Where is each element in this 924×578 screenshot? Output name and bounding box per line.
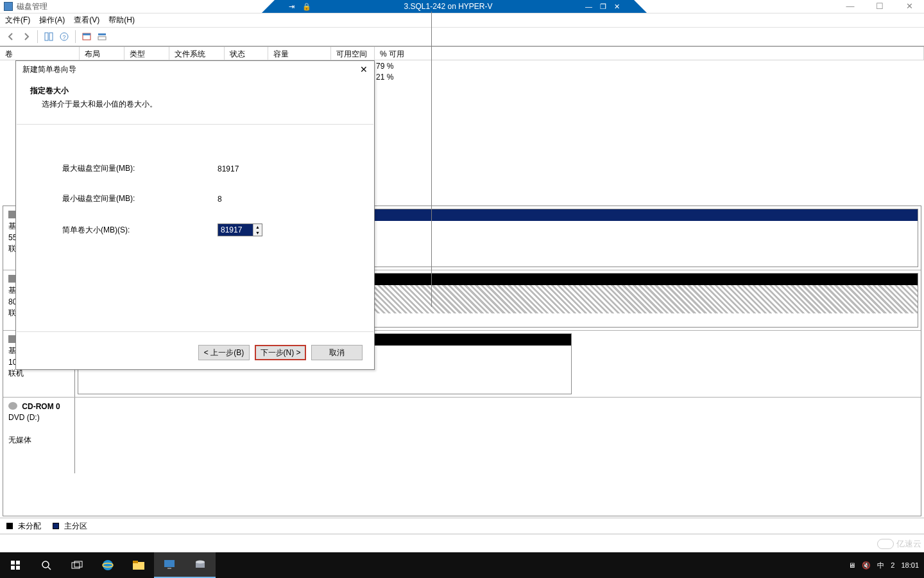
legend-primary-swatch: [53, 523, 59, 529]
outer-maximize-button[interactable]: ☐: [865, 0, 894, 13]
outer-close-button[interactable]: ✕: [894, 0, 924, 13]
svg-rect-11: [16, 566, 20, 570]
outer-minimize-button[interactable]: —: [835, 0, 865, 13]
app-title: 磁盘管理: [17, 1, 47, 12]
toolbar-help-icon[interactable]: ?: [57, 30, 71, 44]
wizard-subheading: 选择介于最大和最小值的卷大小。: [30, 96, 360, 110]
hv-maximize-icon[interactable]: ❐: [600, 3, 606, 11]
hv-close-icon[interactable]: ✕: [614, 3, 620, 11]
volume-size-spinner[interactable]: ▲ ▼: [218, 223, 262, 236]
svg-rect-15: [74, 561, 82, 567]
volume-size-input[interactable]: [218, 224, 253, 236]
col-volume[interactable]: 卷: [0, 47, 80, 60]
col-free[interactable]: 可用空间: [331, 47, 375, 60]
volume-size-label: 简单卷大小(MB)(S):: [62, 215, 216, 245]
min-space-label: 最小磁盘空间量(MB):: [62, 184, 216, 213]
menu-file[interactable]: 文件(F): [5, 15, 30, 26]
svg-line-13: [48, 567, 51, 570]
svg-rect-14: [72, 563, 80, 568]
tray-volume-icon[interactable]: 🔇: [862, 561, 871, 570]
svg-rect-5: [83, 33, 90, 35]
tray-num: 2: [891, 561, 894, 569]
hv-title: 3.SQL1-242 on HYPER-V: [311, 2, 585, 11]
vm-frame-edge: [431, 0, 432, 308]
watermark: 亿速云: [877, 538, 921, 550]
app-icon: [4, 2, 13, 11]
taskbar-explorer-icon[interactable]: [123, 552, 154, 578]
hv-pin-icon[interactable]: ⇥: [289, 3, 295, 11]
hv-lock-icon[interactable]: 🔒: [302, 3, 311, 11]
svg-rect-1: [49, 33, 53, 40]
toolbar-back-icon[interactable]: [4, 30, 18, 44]
svg-rect-10: [11, 566, 15, 570]
outer-window-controls: — ☐ ✕: [835, 0, 924, 13]
toolbar: ?: [0, 27, 924, 46]
taskbar-diskmgmt-icon[interactable]: [185, 552, 216, 578]
spinner-up-icon[interactable]: ▲: [253, 224, 262, 230]
tray-clock[interactable]: 18:01: [901, 561, 919, 569]
legend-unallocated-swatch: [6, 523, 13, 529]
menu-help[interactable]: 帮助(H): [108, 15, 135, 26]
svg-rect-9: [16, 561, 20, 565]
task-view-button[interactable]: [62, 552, 92, 578]
svg-point-12: [42, 561, 49, 568]
taskbar-hyperv-icon[interactable]: [154, 552, 185, 578]
new-simple-volume-wizard: 新建简单卷向导 ✕ 指定卷大小 选择介于最大和最小值的卷大小。 最大磁盘空间量(…: [15, 60, 375, 370]
toolbar-panes-icon[interactable]: [42, 30, 56, 44]
col-type[interactable]: 类型: [124, 47, 169, 60]
app-title-bar: 磁盘管理: [0, 0, 47, 13]
svg-rect-6: [98, 33, 106, 35]
col-filesystem[interactable]: 文件系统: [169, 47, 225, 60]
start-button[interactable]: [0, 552, 31, 578]
toolbar-refresh-icon[interactable]: [80, 30, 94, 44]
tray-network-icon[interactable]: 🖥: [848, 561, 855, 569]
cloud-icon: [877, 539, 894, 549]
legend-primary-label: 主分区: [64, 521, 87, 532]
menu-view[interactable]: 查看(V): [74, 15, 99, 26]
max-space-value: 81917: [218, 154, 262, 183]
min-space-value: 8: [218, 184, 262, 213]
toolbar-forward-icon[interactable]: [19, 30, 33, 44]
svg-rect-8: [11, 561, 15, 565]
max-space-label: 最大磁盘空间量(MB):: [62, 154, 216, 183]
svg-rect-21: [167, 568, 171, 569]
hyperv-connection-bar: ⇥ 🔒 3.SQL1-242 on HYPER-V — ❐ ✕ — ☐ ✕: [0, 0, 924, 13]
spinner-down-icon[interactable]: ▼: [253, 230, 262, 236]
col-status[interactable]: 状态: [225, 47, 268, 60]
taskbar[interactable]: 🖥 🔇 中 2 18:01: [0, 552, 924, 578]
system-tray[interactable]: 🖥 🔇 中 2 18:01: [848, 561, 924, 570]
menu-bar[interactable]: 文件(F) 操作(A) 查看(V) 帮助(H): [0, 13, 924, 27]
cdrom-info[interactable]: CD-ROM 0 DVD (D:) 无媒体: [3, 398, 75, 473]
legend-unallocated-label: 未分配: [18, 521, 41, 532]
menu-action[interactable]: 操作(A): [39, 15, 65, 26]
legend: 未分配 主分区: [0, 518, 924, 534]
volume-list-header: 卷 布局 类型 文件系统 状态 容量 可用空间 % 可用: [0, 46, 924, 60]
toolbar-list-icon[interactable]: [95, 30, 109, 44]
svg-rect-20: [164, 560, 175, 567]
svg-rect-0: [45, 33, 48, 40]
col-layout[interactable]: 布局: [80, 47, 124, 60]
wizard-cancel-button[interactable]: 取消: [311, 345, 363, 360]
col-capacity[interactable]: 容量: [268, 47, 331, 60]
svg-rect-7: [98, 37, 106, 40]
wizard-heading: 指定卷大小: [30, 86, 69, 95]
wizard-title: 新建简单卷向导: [22, 64, 76, 75]
tray-ime[interactable]: 中: [877, 561, 884, 570]
search-button[interactable]: [31, 552, 62, 578]
col-percent[interactable]: % 可用: [375, 47, 924, 60]
svg-point-23: [196, 561, 205, 564]
hv-minimize-icon[interactable]: —: [585, 3, 592, 11]
wizard-close-button[interactable]: ✕: [360, 64, 368, 74]
cdrom-icon: [8, 402, 17, 410]
wizard-next-button[interactable]: 下一步(N) >: [255, 345, 306, 360]
svg-rect-19: [133, 561, 138, 563]
taskbar-ie-icon[interactable]: [92, 552, 123, 578]
wizard-back-button[interactable]: < 上一步(B): [198, 345, 250, 360]
svg-point-16: [103, 560, 113, 570]
svg-text:?: ?: [62, 34, 65, 40]
